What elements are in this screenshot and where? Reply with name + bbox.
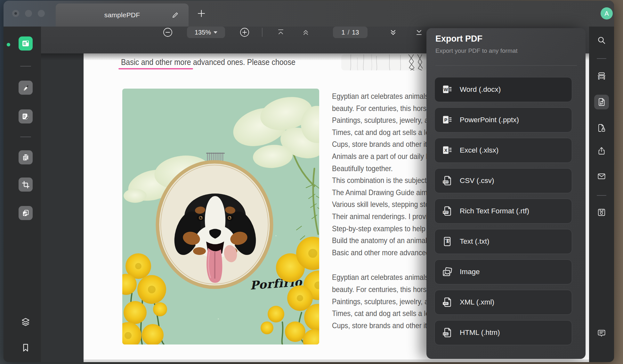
doc-text-column: Egyptian art celebrates animalsbeauty. F… xyxy=(332,92,427,345)
html-file-icon: HTML xyxy=(442,327,453,338)
svg-text:HTML: HTML xyxy=(443,333,449,335)
convert-icon xyxy=(597,97,606,107)
doc-text-line: Their animal renderings. I provid xyxy=(332,212,427,224)
file-lock-icon xyxy=(597,123,606,133)
word-icon: W xyxy=(442,84,453,95)
export-powerpoint-button[interactable]: PPowerPoint (.pptx) xyxy=(434,107,572,132)
doc-text-line: beauty. For centuries, this horse xyxy=(332,285,427,297)
export-format-label: Text (.txt) xyxy=(460,237,490,246)
page-separator: / xyxy=(348,29,350,36)
save-button[interactable] xyxy=(597,208,606,217)
close-dot-icon xyxy=(14,12,17,15)
paragraph-1: Egyptian art celebrates animalsbeauty. F… xyxy=(332,92,427,260)
double-chevron-down-icon xyxy=(388,28,398,37)
app-window: samplePDF A xyxy=(4,1,614,362)
doc-text-line: Egyptian art celebrates animals xyxy=(332,273,427,285)
zoom-in-button[interactable] xyxy=(240,28,249,37)
panel-divider xyxy=(435,65,577,66)
plus-circle-icon xyxy=(240,28,249,37)
minus-circle-icon xyxy=(163,28,173,37)
powerpoint-icon: P xyxy=(442,115,453,125)
zoom-level-dropdown[interactable]: 135% xyxy=(187,27,225,38)
export-html-button[interactable]: HTMLHTML (.htm) xyxy=(434,320,572,345)
arrow-to-bottom-icon xyxy=(414,28,424,37)
scroll-to-bottom-button[interactable] xyxy=(414,28,424,37)
export-rtf-button[interactable]: RTFRich Text Format (.rtf) xyxy=(434,199,572,224)
toolbar-divider xyxy=(262,28,263,37)
sidebar-divider xyxy=(20,137,31,137)
doc-text-line: The Animal Drawing Guide aims t xyxy=(332,188,427,200)
convert-button[interactable] xyxy=(597,97,606,107)
save-floppy-icon xyxy=(597,208,606,217)
doc-text-line: Egyptian art celebrates animals xyxy=(332,92,427,104)
export-word-button[interactable]: WWord (.docx) xyxy=(434,77,572,102)
zoom-out-button[interactable] xyxy=(163,28,173,37)
image-icon xyxy=(442,266,453,277)
svg-text:X: X xyxy=(444,148,448,153)
svg-text:</>: </> xyxy=(444,302,448,305)
svg-text:RTF: RTF xyxy=(443,211,448,214)
export-image-button[interactable]: Image xyxy=(434,259,572,284)
tool-highlight-button[interactable] xyxy=(19,81,33,95)
bookmark-icon xyxy=(21,343,30,352)
xml-file-icon: </> xyxy=(442,297,453,308)
text-file-icon: T xyxy=(442,236,453,247)
tool-layers-button[interactable] xyxy=(21,317,30,327)
tool-overlay-pages-button[interactable] xyxy=(19,206,33,220)
sidebar-divider xyxy=(597,195,606,196)
tool-crop-button[interactable] xyxy=(19,178,33,192)
export-excel-button[interactable]: XExcel (.xlsx) xyxy=(434,138,572,163)
previous-page-button[interactable] xyxy=(301,28,311,37)
tool-pages-button[interactable] xyxy=(19,150,33,164)
share-button[interactable] xyxy=(597,146,606,156)
export-format-label: Rich Text Format (.rtf) xyxy=(460,207,529,215)
doc-text-line: Cups, store brands and other ite xyxy=(332,321,427,333)
doc-text-line: Times, cat and dog art sells a lot xyxy=(332,128,427,140)
scroll-to-top-button[interactable] xyxy=(276,28,286,37)
search-button[interactable] xyxy=(597,36,606,45)
doc-text-line: Beautifully together. xyxy=(332,164,427,176)
note-edit-icon xyxy=(21,112,30,121)
excel-icon: X xyxy=(442,145,453,156)
protect-button[interactable] xyxy=(597,123,606,133)
doc-pink-underline xyxy=(118,68,193,69)
export-xml-button[interactable]: </>XML (.xml) xyxy=(434,290,572,315)
svg-text:CSV: CSV xyxy=(443,180,448,183)
chat-bubble-icon xyxy=(597,328,606,338)
svg-text:OCR: OCR xyxy=(599,77,604,79)
tool-bookmark-button[interactable] xyxy=(21,343,30,352)
share-icon xyxy=(597,146,606,156)
export-panel-title: Export PDF xyxy=(435,34,482,44)
search-icon xyxy=(597,36,606,45)
export-csv-button[interactable]: CSVCSV (.csv) xyxy=(434,168,572,193)
export-format-label: PowerPoint (.pptx) xyxy=(460,116,519,124)
zoom-level-value: 135% xyxy=(195,29,211,36)
next-page-button[interactable] xyxy=(388,28,398,37)
traffic-light-minimize-button[interactable] xyxy=(25,10,32,17)
arrow-to-top-icon xyxy=(276,28,286,37)
mail-button[interactable] xyxy=(597,171,606,181)
feedback-chat-button[interactable] xyxy=(597,328,606,338)
tool-edit-note-button[interactable] xyxy=(19,109,33,123)
mail-icon xyxy=(597,171,606,181)
traffic-light-close-button[interactable] xyxy=(12,10,19,17)
doc-text-line: Times, cat and dog art sells a lot xyxy=(332,309,427,321)
tool-read-mode-button[interactable] xyxy=(19,36,33,51)
document-tab[interactable]: samplePDF xyxy=(56,4,189,27)
page-number-box[interactable]: 1 / 13 xyxy=(333,27,368,38)
traffic-light-zoom-button[interactable] xyxy=(38,10,45,17)
ocr-button[interactable]: OCR xyxy=(597,71,606,81)
new-tab-button[interactable] xyxy=(196,8,206,19)
doc-text-line: Various skill levels, stepping stor xyxy=(332,200,427,212)
export-panel-subtitle: Export your PDF to any format xyxy=(435,47,518,54)
doc-text-line: Basic and other more advanced xyxy=(332,248,427,260)
doc-text-line: Animals are a part of our daily lif xyxy=(332,152,427,164)
ocr-icon: OCR xyxy=(597,71,606,81)
doc-text-line: Paintings, sculptures, jewelry, ar xyxy=(332,297,427,309)
document-tab-title: samplePDF xyxy=(104,11,140,19)
export-text-button[interactable]: TText (.txt) xyxy=(434,229,572,254)
overlap-pages-icon xyxy=(21,209,30,218)
rename-pencil-icon[interactable] xyxy=(171,11,179,19)
copy-pages-icon xyxy=(21,153,30,162)
account-avatar[interactable]: A xyxy=(601,7,613,20)
